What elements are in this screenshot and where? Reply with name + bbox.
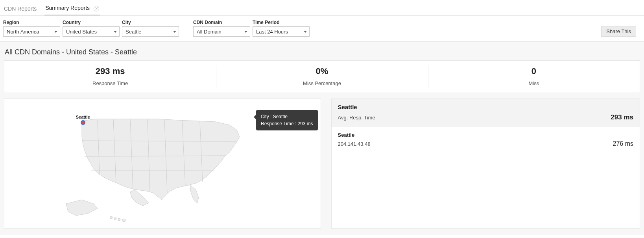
city-details-panel: Seattle Avg. Resp. Time 293 ms Seattle 2…: [331, 99, 640, 229]
filter-country: Country United States: [63, 20, 120, 37]
stat-response-time-value: 293 ms: [4, 66, 216, 76]
svg-point-11: [114, 218, 116, 220]
avg-resp-label: Avg. Resp. Time: [338, 115, 375, 121]
chevron-down-icon: [114, 31, 117, 33]
content-area: All CDN Domains - United States - Seattl…: [0, 42, 644, 235]
tab-cdn-reports[interactable]: CDN Reports: [3, 3, 37, 15]
city-details-header: Seattle Avg. Resp. Time 293 ms: [332, 99, 640, 127]
select-cdn-domain[interactable]: All Domain: [193, 26, 250, 37]
share-button[interactable]: Share This: [601, 26, 636, 37]
chevron-down-icon: [244, 31, 247, 33]
two-column-layout: Seattle City : Seattle Response Time : 2…: [4, 99, 640, 229]
stat-response-time-label: Response Time: [4, 80, 216, 86]
select-city[interactable]: Seattle: [122, 26, 179, 37]
filter-country-label: Country: [63, 20, 120, 25]
node-row-ip: 204.141.43.48: [338, 141, 371, 147]
chevron-down-icon: [54, 31, 57, 33]
stat-response-time: 293 ms Response Time: [4, 61, 216, 93]
chevron-down-icon: [173, 31, 176, 33]
filters-bar: Region North America Country United Stat…: [0, 16, 644, 42]
stat-miss-label: Miss: [428, 80, 640, 86]
select-city-value: Seattle: [125, 29, 141, 35]
select-region[interactable]: North America: [3, 26, 60, 37]
us-map[interactable]: Seattle: [60, 105, 265, 223]
page-title: All CDN Domains - United States - Seattl…: [4, 48, 640, 56]
filter-cdn-domain: CDN Domain All Domain: [193, 20, 250, 37]
svg-point-10: [110, 216, 113, 219]
city-details-city: Seattle: [338, 104, 634, 110]
us-map-svg: [60, 105, 265, 223]
filter-region: Region North America: [3, 20, 60, 37]
map-marker-icon: [81, 120, 85, 125]
filter-time-period: Time Period Last 24 Hours: [253, 20, 310, 37]
select-country[interactable]: United States: [63, 26, 120, 37]
map-panel: Seattle City : Seattle Response Time : 2…: [4, 99, 321, 229]
stat-miss-percentage-value: 0%: [216, 66, 428, 76]
filter-city-label: City: [122, 20, 179, 25]
map-tooltip-line2: Response Time : 293 ms: [261, 120, 313, 127]
filter-cdn-domain-label: CDN Domain: [193, 20, 250, 25]
chevron-down-icon: [304, 31, 307, 33]
svg-point-12: [118, 218, 120, 221]
node-row-value: 276 ms: [613, 140, 633, 147]
stats-row: 293 ms Response Time 0% Miss Percentage …: [4, 60, 640, 93]
map-city-label: Seattle: [76, 115, 90, 119]
select-cdn-domain-value: All Domain: [197, 29, 221, 35]
select-time-period[interactable]: Last 24 Hours: [253, 26, 310, 37]
avg-resp-value: 293 ms: [611, 113, 633, 121]
node-row: Seattle 204.141.43.48 276 ms: [332, 127, 640, 152]
tab-summary-reports-label: Summary Reports: [45, 5, 90, 11]
stat-miss-percentage-label: Miss Percentage: [216, 80, 428, 86]
select-country-value: United States: [66, 29, 97, 35]
tabs-bar: CDN Reports Summary Reports ✕: [0, 0, 644, 16]
select-time-period-value: Last 24 Hours: [256, 29, 288, 35]
filter-region-label: Region: [3, 20, 60, 25]
map-tooltip-line1: City : Seattle: [261, 113, 313, 120]
stat-miss-value: 0: [428, 66, 640, 76]
filter-city: City Seattle: [122, 20, 179, 37]
close-icon[interactable]: ✕: [94, 6, 99, 11]
svg-point-13: [122, 219, 125, 222]
stat-miss: 0 Miss: [428, 61, 640, 93]
node-row-title: Seattle: [338, 132, 634, 138]
filter-time-period-label: Time Period: [253, 20, 310, 25]
map-city-marker[interactable]: Seattle: [76, 115, 90, 125]
stat-miss-percentage: 0% Miss Percentage: [216, 61, 428, 93]
map-tooltip: City : Seattle Response Time : 293 ms: [256, 110, 318, 130]
tab-summary-reports[interactable]: Summary Reports ✕: [44, 2, 100, 16]
select-region-value: North America: [7, 29, 39, 35]
